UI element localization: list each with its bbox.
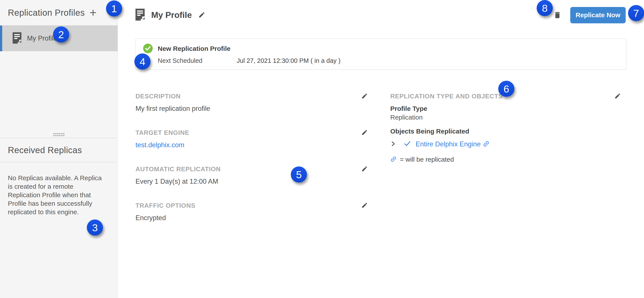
profile-title-group: My Profile <box>136 8 553 22</box>
profile-type-group: Profile Type Replication <box>390 105 622 121</box>
received-replicas-title: Received Replicas <box>8 145 82 155</box>
received-replicas-empty-text: No Replicas available. A Replica is crea… <box>8 174 106 216</box>
traffic-options-section: TRAFFIC OPTIONS Encrypted <box>136 202 369 222</box>
document-icon <box>136 8 145 22</box>
profile-details: DESCRIPTION My first replication profile… <box>136 93 622 238</box>
target-engine-section: TARGET ENGINE test.delphix.com <box>136 129 369 149</box>
traffic-options-label: TRAFFIC OPTIONS <box>136 202 196 209</box>
sidebar: Replication Profiles + My Profile <box>0 0 118 298</box>
replication-type-label: REPLICATION TYPE AND OBJECTS <box>390 93 503 100</box>
legend-text: = will be replicated <box>400 156 454 163</box>
edit-traffic-options-button[interactable] <box>361 202 369 210</box>
annotation-callout-2: 2 <box>53 26 69 42</box>
edit-automatic-replication-button[interactable] <box>361 166 369 173</box>
object-tree-row: Entire Delphix Engine <box>390 140 622 148</box>
plus-icon: + <box>90 6 97 20</box>
description-section: DESCRIPTION My first replication profile <box>136 93 369 112</box>
edit-target-engine-button[interactable] <box>361 129 369 136</box>
sidebar-item-label: My Profile <box>27 34 57 42</box>
replication-type-section: REPLICATION TYPE AND OBJECTS Profile Typ… <box>390 93 622 164</box>
chevron-right-icon[interactable] <box>390 140 396 148</box>
edit-replication-type-button[interactable] <box>614 93 622 100</box>
edit-description-button[interactable] <box>361 93 369 100</box>
sidebar-title: Replication Profiles <box>8 8 90 18</box>
page-title: My Profile <box>151 10 192 20</box>
traffic-options-value: Encrypted <box>136 214 369 222</box>
panel-resize-handle[interactable] <box>54 133 64 136</box>
automatic-replication-section: AUTOMATIC REPLICATION Every 1 Day(s) at … <box>136 166 369 186</box>
link-icon <box>388 154 399 165</box>
annotation-callout-3: 3 <box>87 220 103 236</box>
check-circle-icon <box>143 44 153 53</box>
annotation-callout-7: 7 <box>628 5 644 21</box>
legend-row: = will be replicated <box>390 156 622 164</box>
replicate-now-button[interactable]: Replicate Now <box>570 7 626 23</box>
objects-being-replicated-label: Objects Being Replicated <box>390 128 622 135</box>
check-icon[interactable] <box>404 141 411 148</box>
annotation-callout-8: 8 <box>537 0 553 16</box>
annotation-callout-6: 6 <box>498 81 514 97</box>
header-actions: Replicate Now <box>553 7 626 23</box>
add-profile-button[interactable]: + <box>90 6 97 19</box>
description-value: My first replication profile <box>136 105 369 112</box>
details-left-column: DESCRIPTION My first replication profile… <box>136 93 369 238</box>
entire-delphix-engine-link[interactable]: Entire Delphix Engine <box>416 140 480 148</box>
profile-type-label: Profile Type <box>390 105 622 112</box>
annotation-callout-1: 1 <box>106 0 122 16</box>
status-card: New Replication Profile Next Scheduled J… <box>136 38 626 70</box>
document-icon <box>13 32 22 44</box>
next-scheduled-label: Next Scheduled <box>158 57 202 64</box>
edit-profile-name-button[interactable] <box>198 11 206 19</box>
annotation-callout-4: 4 <box>134 54 150 70</box>
automatic-replication-label: AUTOMATIC REPLICATION <box>136 166 221 173</box>
objects-group: Objects Being Replicated Entire Delphix … <box>390 128 622 164</box>
target-engine-link[interactable]: test.delphix.com <box>136 141 184 149</box>
target-engine-label: TARGET ENGINE <box>136 129 189 136</box>
automatic-replication-value: Every 1 Day(s) at 12:00 AM <box>136 178 369 186</box>
next-scheduled-value: Jul 27, 2021 12:30:00 PM ( in a day ) <box>237 57 340 64</box>
status-card-title: New Replication Profile <box>158 45 230 52</box>
sidebar-spacer <box>0 51 118 133</box>
link-icon <box>481 139 492 150</box>
details-right-column: REPLICATION TYPE AND OBJECTS Profile Typ… <box>390 93 622 238</box>
description-label: DESCRIPTION <box>136 93 181 100</box>
delete-profile-button[interactable] <box>553 10 562 20</box>
profile-type-value: Replication <box>390 114 622 121</box>
sidebar-header: Replication Profiles + <box>0 0 118 26</box>
annotation-callout-5: 5 <box>291 166 307 182</box>
replication-profiles-screen: Replication Profiles + My Profile <box>0 0 644 298</box>
received-replicas-header: Received Replicas <box>0 138 118 162</box>
